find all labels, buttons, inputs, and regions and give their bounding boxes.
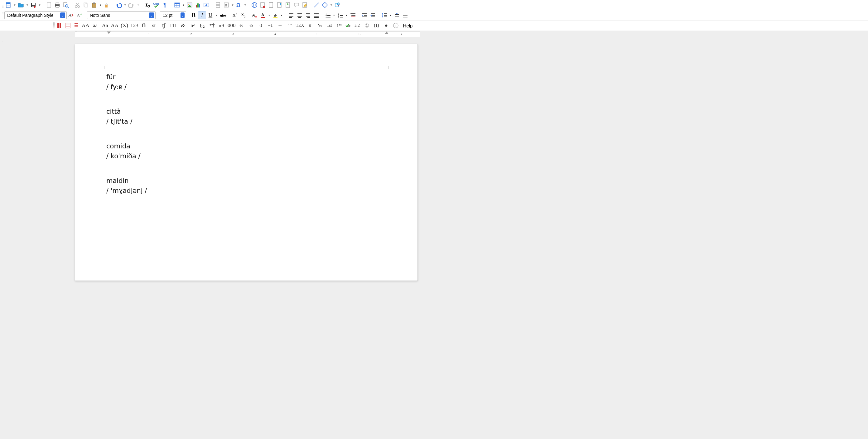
draw-functions-button[interactable] [333, 1, 341, 9]
workspace[interactable]: ⌐ für / fy:ɐ / città / tʃitˈta / comida … [0, 38, 868, 439]
export-pdf-button[interactable] [45, 1, 53, 9]
word-line[interactable]: maidin [106, 176, 386, 186]
basic-shapes-dropdown[interactable]: ▾ [329, 3, 333, 6]
first-button[interactable]: 1st [325, 22, 334, 30]
align-justify-button[interactable] [312, 11, 320, 19]
insert-cross-ref-button[interactable] [284, 1, 292, 9]
save-dropdown[interactable]: ▾ [38, 3, 41, 6]
hash-button[interactable]: # [306, 22, 315, 30]
new-doc-dropdown[interactable]: ▾ [13, 3, 17, 6]
find-replace-button[interactable] [144, 1, 152, 9]
undo-button[interactable] [114, 1, 123, 9]
open-dropdown[interactable]: ▾ [25, 3, 29, 6]
insert-hyperlink-button[interactable] [250, 1, 258, 9]
strikethrough-button[interactable]: abc [219, 11, 227, 19]
insert-bookmark-button[interactable] [276, 1, 284, 9]
insert-table-dropdown[interactable]: ▾ [182, 3, 185, 6]
grid-red-button[interactable] [64, 22, 72, 30]
first-sup-button[interactable]: 1ˢᵗ [335, 22, 344, 30]
insert-comment-button[interactable] [292, 1, 301, 9]
horizontal-ruler[interactable]: 1 2 3 4 5 6 7 [77, 31, 420, 37]
discretionary-lig-button[interactable]: st [149, 22, 159, 30]
insert-symbol-dropdown[interactable]: ▾ [243, 3, 247, 6]
paste-dropdown[interactable]: ▾ [98, 3, 102, 6]
line-spacing-button[interactable] [380, 11, 389, 19]
x-feature-button[interactable]: (X) [120, 22, 129, 30]
align-right-button[interactable] [304, 11, 312, 19]
underline-button[interactable]: U [207, 11, 215, 19]
ipa-line[interactable]: / tʃitˈta / [106, 117, 386, 127]
word-line[interactable]: für [106, 72, 386, 82]
highlight-dropdown[interactable]: ▾ [280, 14, 284, 17]
numero-button[interactable]: № [315, 22, 324, 30]
numbered-list-dropdown[interactable]: ▾ [345, 14, 348, 17]
arrow-nine-button[interactable]: ▸9 [217, 22, 226, 30]
increase-para-spacing-button[interactable] [393, 11, 401, 19]
insert-field-button[interactable]: ⊞ [222, 1, 230, 9]
font-name-dropdown[interactable]: ⌄ [149, 12, 154, 18]
oldstyle-nums-button[interactable]: 123 [129, 22, 140, 30]
lowercase-button[interactable]: aa [91, 22, 100, 30]
italic-button[interactable]: I [198, 11, 206, 19]
font-color-dropdown[interactable]: ▾ [268, 14, 271, 17]
uppercase-button[interactable]: AA [81, 22, 90, 30]
tex-button[interactable]: TEX [294, 22, 305, 30]
clone-formatting-button[interactable] [102, 1, 111, 9]
copy-button[interactable] [82, 1, 90, 9]
ipa-line[interactable]: / koˈmiða / [106, 152, 386, 161]
decrease-para-spacing-button[interactable] [401, 11, 409, 19]
info-icon-button[interactable]: ⓘ [391, 22, 401, 30]
indent-marker-right[interactable] [385, 31, 389, 34]
slashed-zero-button[interactable]: 000 [227, 22, 237, 30]
paragraph-style-input[interactable] [7, 13, 59, 18]
insert-field-dropdown[interactable]: ▾ [231, 3, 235, 6]
document-body[interactable]: für / fy:ɐ / città / tʃitˈta / comida / … [106, 72, 386, 196]
font-size-input[interactable] [163, 13, 179, 18]
bullet-list-dropdown[interactable]: ▾ [332, 14, 336, 17]
insert-chart-button[interactable] [194, 1, 202, 9]
word-line[interactable]: comida [106, 141, 386, 152]
print-preview-button[interactable] [62, 1, 70, 9]
undo-dropdown[interactable]: ▾ [123, 3, 127, 6]
ordinals-button[interactable]: *† [207, 22, 217, 30]
font-name-input[interactable] [90, 13, 148, 18]
bullet-icon-button[interactable]: ● [382, 22, 391, 30]
insert-image-button[interactable] [186, 1, 194, 9]
document-page[interactable]: für / fy:ɐ / città / tʃitˈta / comida / … [75, 44, 418, 281]
spellcheck-button[interactable]: ABC [152, 1, 161, 9]
highlight-button[interactable] [272, 11, 280, 19]
fraction-stack-button[interactable]: ½ [246, 22, 256, 30]
swash-button[interactable]: & [178, 22, 188, 30]
two-column-red-button[interactable] [56, 22, 64, 30]
line-spacing-dropdown[interactable]: ▾ [389, 14, 393, 17]
fraction-half-button[interactable]: ½ [237, 22, 246, 30]
zero-button[interactable]: 0 [256, 22, 265, 30]
insert-line-button[interactable] [312, 1, 320, 9]
insert-page-break-button[interactable] [214, 1, 222, 9]
font-color-button[interactable]: A [259, 11, 267, 19]
paste-button[interactable] [90, 1, 98, 9]
indent-marker-left[interactable] [107, 31, 111, 34]
titlecase-button[interactable]: Aa [100, 22, 110, 30]
font-size-dropdown[interactable]: ⌄ [181, 12, 185, 18]
check-hash-button[interactable]: # [344, 22, 352, 30]
formatting-marks-button[interactable]: ¶ [161, 1, 169, 9]
cut-button[interactable] [73, 1, 82, 9]
paragraph-style-combo[interactable]: ⌄ [4, 11, 67, 19]
decrease-indent-button[interactable] [369, 11, 377, 19]
toolbar-grip-2[interactable] [2, 12, 3, 19]
minus-one-button[interactable]: −1 [266, 22, 275, 30]
align-left-button[interactable] [287, 11, 295, 19]
redo-dropdown[interactable]: ▾ [136, 3, 140, 6]
dashes-button[interactable]: -- [275, 22, 285, 30]
toolbar-grip[interactable] [2, 2, 3, 8]
redo-button[interactable] [127, 1, 136, 9]
bullet-list-button[interactable] [324, 11, 332, 19]
underline-dropdown[interactable]: ▾ [215, 14, 219, 17]
basic-shapes-button[interactable] [321, 1, 329, 9]
historical-lig-button[interactable]: ʧ [159, 22, 168, 30]
insert-symbol-button[interactable]: Ω [235, 1, 243, 9]
help-button[interactable]: Help [401, 22, 415, 30]
new-style-button[interactable]: A+ [75, 11, 84, 19]
subscript-button[interactable]: X2 [239, 11, 247, 19]
